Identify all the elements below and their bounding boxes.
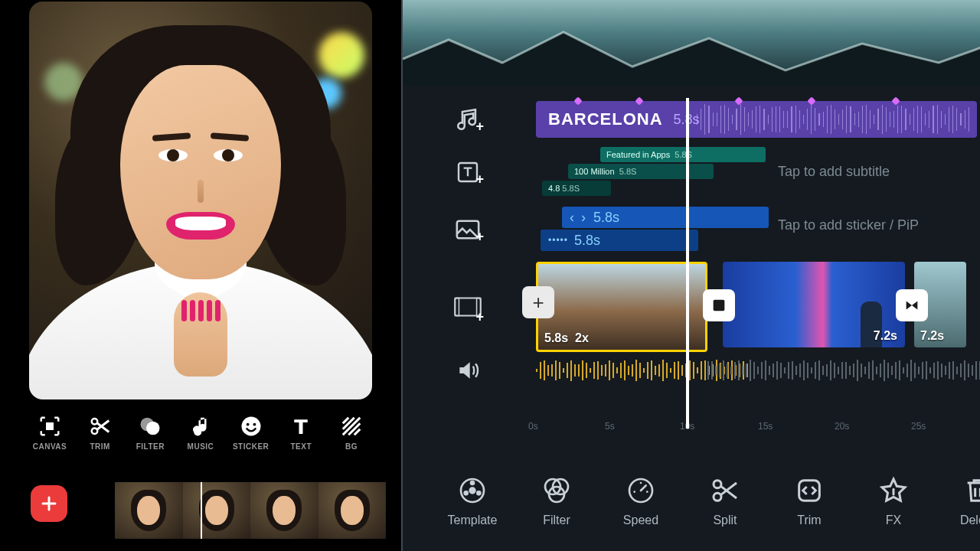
left-panel: CANVAS TRIM FILTER MUSIC STICKER TEXT — [0, 0, 401, 551]
clip-filmstrip[interactable] — [115, 482, 386, 539]
add-music-button[interactable]: + — [447, 101, 488, 138]
tool-label: Filter — [543, 514, 570, 527]
mountain-ridge — [403, 24, 980, 86]
star-icon — [878, 475, 909, 506]
playhead[interactable] — [686, 98, 689, 429]
pip-clip[interactable]: •••••5.8s — [541, 230, 698, 251]
marker[interactable] — [807, 96, 815, 105]
music-clip[interactable]: BARCELONA 5.8s — [536, 101, 977, 138]
svg-point-4 — [146, 422, 160, 435]
thumb[interactable] — [115, 482, 183, 539]
plus-icon: + — [475, 171, 484, 187]
trim-button[interactable]: Trim — [782, 475, 836, 527]
add-text-button[interactable]: + — [447, 154, 488, 191]
scissors-icon — [710, 475, 740, 506]
canvas-tool[interactable]: CANVAS — [28, 415, 72, 451]
text-tool[interactable]: TEXT — [279, 415, 323, 451]
filter-venn-icon — [541, 475, 572, 506]
audio-track-row — [403, 357, 980, 384]
svg-rect-0 — [47, 423, 53, 429]
marker[interactable] — [734, 96, 743, 105]
tool-label: CANVAS — [33, 442, 67, 451]
video-clip-selected[interactable]: 5.8s 2x — [536, 262, 707, 352]
add-media-button[interactable] — [31, 485, 67, 522]
filter-button[interactable]: Filter — [530, 475, 583, 527]
tool-label: STICKER — [233, 442, 269, 451]
tool-label: TRIM — [90, 442, 109, 451]
speaker-icon — [456, 358, 480, 383]
smiley-icon — [240, 415, 263, 438]
audio-waveform[interactable] — [707, 360, 980, 381]
beat-markers — [537, 98, 965, 106]
plus-icon: + — [475, 119, 484, 135]
video-clip[interactable]: 7.2s — [723, 262, 905, 347]
canvas-icon — [38, 415, 61, 438]
ruler-tick: 15s — [758, 421, 773, 432]
sticker-tool[interactable]: STICKER — [229, 415, 273, 451]
fx-button[interactable]: FX — [867, 475, 920, 527]
trim-icon — [794, 475, 825, 506]
marker[interactable] — [573, 96, 582, 105]
thumb[interactable] — [183, 482, 251, 539]
tool-label: BG — [345, 442, 358, 451]
speed-button[interactable]: Speed — [614, 475, 668, 527]
tool-label: Template — [448, 514, 498, 527]
right-panel: + BARCELONA 5.8s + Featured in App — [401, 0, 980, 551]
split-button[interactable]: Split — [698, 475, 752, 527]
video-preview[interactable] — [29, 2, 372, 399]
tool-label: Split — [713, 514, 737, 527]
music-clip-title: BARCELONA — [548, 109, 663, 129]
text-clip[interactable]: 100 Million 5.8S — [568, 164, 714, 179]
bg-tool[interactable]: BG — [329, 415, 374, 451]
delete-button[interactable]: Delete — [951, 475, 980, 527]
tool-label: Delete — [960, 514, 980, 527]
svg-point-19 — [465, 491, 468, 494]
add-subtitle-hint[interactable]: Tap to add subtitle — [778, 164, 890, 180]
text-track-row: + Featured in Apps 5.8S 100 Million 5.8S… — [403, 147, 980, 197]
filter-icon — [139, 415, 162, 438]
plus-icon: + — [532, 291, 544, 315]
thumb[interactable] — [318, 482, 387, 539]
template-icon — [457, 475, 488, 506]
primary-toolbar: CANVAS TRIM FILTER MUSIC STICKER TEXT — [0, 410, 401, 451]
tool-label: MUSIC — [188, 442, 214, 451]
clip-toolbar: Template Filter Speed Split Trim FX — [403, 459, 980, 551]
volume-button[interactable] — [447, 357, 488, 384]
tool-label: TEXT — [291, 442, 312, 451]
template-button[interactable]: Template — [446, 475, 499, 527]
tool-label: FX — [886, 514, 901, 527]
trash-icon — [962, 475, 980, 506]
marker[interactable] — [635, 96, 643, 105]
music-track-row: + BARCELONA 5.8s — [403, 101, 980, 138]
trim-tool[interactable]: TRIM — [78, 415, 122, 451]
bokeh-light — [318, 32, 364, 78]
marker[interactable] — [891, 96, 900, 105]
insert-clip-button[interactable]: + — [522, 286, 554, 318]
transition-button[interactable] — [703, 289, 735, 321]
music-note-icon — [189, 415, 212, 438]
waveform — [697, 106, 969, 133]
timeline: + BARCELONA 5.8s + Featured in App — [403, 86, 980, 459]
add-pip-hint[interactable]: Tap to add sticker / PiP — [778, 217, 919, 233]
svg-point-18 — [477, 491, 480, 494]
gauge-icon — [626, 475, 656, 506]
video-track-row: + + 5.8s 2x 7.2s 7.2s — [403, 262, 980, 352]
svg-rect-12 — [455, 298, 459, 315]
svg-point-17 — [471, 481, 474, 484]
text-clip[interactable]: Featured in Apps 5.8S — [600, 147, 766, 162]
thumb[interactable] — [250, 482, 318, 539]
ruler-tick: 5s — [605, 421, 615, 432]
clip-duration: 7.2s — [874, 329, 897, 343]
filter-tool[interactable]: FILTER — [128, 415, 172, 451]
pip-clip[interactable]: ‹ ›5.8s — [562, 207, 769, 228]
plus-icon: + — [475, 229, 484, 245]
scissors-icon — [89, 415, 112, 438]
transition-button[interactable] — [896, 289, 928, 321]
add-video-button[interactable]: + — [447, 285, 488, 328]
playhead-indicator[interactable] — [201, 482, 202, 539]
svg-rect-14 — [714, 300, 725, 311]
text-clip[interactable]: 4.8 5.8S — [542, 181, 611, 196]
portrait-face — [120, 65, 281, 279]
add-pip-button[interactable]: + — [447, 211, 488, 248]
music-tool[interactable]: MUSIC — [178, 415, 223, 451]
